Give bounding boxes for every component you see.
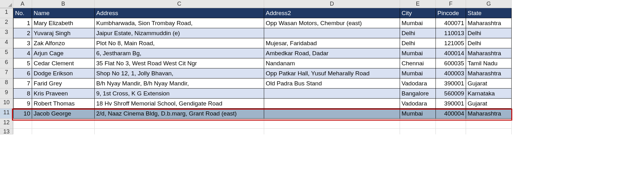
cell-state[interactable]: Maharashtra xyxy=(466,68,512,78)
cell-name[interactable]: Zak Alfonzo xyxy=(32,38,95,48)
cell-state[interactable]: Karnataka xyxy=(466,89,512,99)
cell-addr2[interactable]: Opp Wasan Motors, Chembur (east) xyxy=(264,18,400,28)
cell-city[interactable]: Delhi xyxy=(400,38,436,48)
cell-no[interactable]: 4 xyxy=(13,48,32,58)
cell-state[interactable]: Delhi xyxy=(466,38,512,48)
empty-cell[interactable] xyxy=(32,129,95,134)
col-header-B[interactable]: B xyxy=(32,0,95,8)
cell-city[interactable]: Vadodara xyxy=(400,78,436,89)
cell-city[interactable]: Delhi xyxy=(400,28,436,38)
cell-city[interactable]: Mumbai xyxy=(400,48,436,58)
row-header[interactable]: 13 xyxy=(0,129,13,134)
row-header[interactable]: 1 xyxy=(0,8,13,18)
cell-addr[interactable]: 9, 1st Cross, K G Extension xyxy=(95,89,264,99)
col-header-A[interactable]: A xyxy=(13,0,32,8)
row-header[interactable]: 10 xyxy=(0,99,13,109)
cell-state[interactable]: Maharashtra xyxy=(466,48,512,58)
empty-cell[interactable] xyxy=(436,129,466,134)
cell-state[interactable]: Delhi xyxy=(466,28,512,38)
cell-addr[interactable]: B/h Nyay Mandir, B/h Nyay Mandir, xyxy=(95,78,264,89)
cell-state[interactable]: Gujarat xyxy=(466,99,512,109)
cell-pin[interactable]: 390001 xyxy=(436,78,466,89)
cell-no[interactable]: 3 xyxy=(13,38,32,48)
cell-name[interactable]: Kris Praveen xyxy=(32,89,95,99)
header-name[interactable]: Name xyxy=(32,8,95,18)
cell-addr[interactable]: Shop No 12, 1, Jolly Bhavan, xyxy=(95,68,264,78)
empty-cell[interactable] xyxy=(95,119,264,129)
cell-city[interactable]: Vadodara xyxy=(400,99,436,109)
cell-state[interactable]: Maharashtra xyxy=(466,18,512,28)
cell-name[interactable]: Farid Grey xyxy=(32,78,95,89)
cell-addr2[interactable]: Ambedkar Road, Dadar xyxy=(264,48,400,58)
cell-name[interactable]: Arjun Cage xyxy=(32,48,95,58)
empty-cell[interactable] xyxy=(32,119,95,129)
cell-name[interactable]: Mary Elizabeth xyxy=(32,18,95,28)
row-header[interactable]: 6 xyxy=(0,58,13,68)
row-header[interactable]: 5 xyxy=(0,48,13,58)
row-header[interactable]: 3 xyxy=(0,28,13,38)
empty-cell[interactable] xyxy=(264,119,400,129)
empty-cell[interactable] xyxy=(95,129,264,134)
cell-pin[interactable]: 121005 xyxy=(436,38,466,48)
cell-no[interactable]: 8 xyxy=(13,89,32,99)
cell-addr2[interactable]: Opp Patkar Hall, Yusuf Meharally Road xyxy=(264,68,400,78)
cell-no[interactable]: 1 xyxy=(13,18,32,28)
row-header[interactable]: 8 xyxy=(0,78,13,89)
cell-city[interactable]: Mumbai xyxy=(400,68,436,78)
col-header-G[interactable]: G xyxy=(466,0,512,8)
row-header[interactable]: 12 xyxy=(0,119,13,129)
cell-no[interactable]: 2 xyxy=(13,28,32,38)
cell-pin[interactable]: 400071 xyxy=(436,18,466,28)
cell-addr2[interactable] xyxy=(264,99,400,109)
cell-name[interactable]: Dodge Erikson xyxy=(32,68,95,78)
cell-no[interactable]: 7 xyxy=(13,78,32,89)
row-header[interactable]: 4 xyxy=(0,38,13,48)
header-address2[interactable]: Address2 xyxy=(264,8,400,18)
cell-no[interactable]: 10 xyxy=(13,109,32,119)
cell-addr[interactable]: Kumbharwada, Sion Trombay Road, xyxy=(95,18,264,28)
row-header[interactable]: 7 xyxy=(0,68,13,78)
cell-pin[interactable]: 400003 xyxy=(436,68,466,78)
cell-name[interactable]: Yuvaraj Singh xyxy=(32,28,95,38)
cell-city[interactable]: Mumbai xyxy=(400,18,436,28)
header-no[interactable]: No. xyxy=(13,8,32,18)
empty-cell[interactable] xyxy=(466,129,512,134)
cell-addr2[interactable]: Nandanam xyxy=(264,58,400,68)
cell-pin[interactable]: 400014 xyxy=(436,48,466,58)
cell-state[interactable]: Maharashtra xyxy=(466,109,512,119)
cell-addr2[interactable]: Old Padra Bus Stand xyxy=(264,78,400,89)
empty-cell[interactable] xyxy=(13,119,32,129)
col-header-E[interactable]: E xyxy=(400,0,436,8)
empty-cell[interactable] xyxy=(400,119,436,129)
empty-cell[interactable] xyxy=(436,119,466,129)
cell-addr2[interactable] xyxy=(264,28,400,38)
row-header[interactable]: 9 xyxy=(0,89,13,99)
select-all-corner[interactable] xyxy=(0,0,13,8)
cell-pin[interactable]: 400004 xyxy=(436,109,466,119)
cell-state[interactable]: Gujarat xyxy=(466,78,512,89)
cell-no[interactable]: 9 xyxy=(13,99,32,109)
cell-pin[interactable]: 390001 xyxy=(436,99,466,109)
cell-pin[interactable]: 110013 xyxy=(436,28,466,38)
empty-cell[interactable] xyxy=(13,129,32,134)
row-header[interactable]: 2 xyxy=(0,18,13,28)
cell-addr[interactable]: 18 Hv Shroff Memorial School, Gendigate … xyxy=(95,99,264,109)
header-city[interactable]: City xyxy=(400,8,436,18)
col-header-C[interactable]: C xyxy=(95,0,264,8)
cell-name[interactable]: Robert Thomas xyxy=(32,99,95,109)
col-header-D[interactable]: D xyxy=(264,0,400,8)
cell-pin[interactable]: 600035 xyxy=(436,58,466,68)
row-header[interactable]: 11 xyxy=(0,109,13,119)
cell-pin[interactable]: 560009 xyxy=(436,89,466,99)
cell-addr2[interactable] xyxy=(264,89,400,99)
empty-cell[interactable] xyxy=(264,129,400,134)
header-state[interactable]: State xyxy=(466,8,512,18)
cell-addr[interactable]: 2/d, Naaz Cinema Bldg, D.b.marg, Grant R… xyxy=(95,109,264,119)
cell-addr[interactable]: 6, Jestharam Bg, xyxy=(95,48,264,58)
cell-addr2[interactable]: Mujesar, Faridabad xyxy=(264,38,400,48)
empty-cell[interactable] xyxy=(466,119,512,129)
cell-name[interactable]: Cedar Clement xyxy=(32,58,95,68)
spreadsheet-grid[interactable]: A B C D E F G 1 No. Name Address Address… xyxy=(0,0,512,134)
cell-no[interactable]: 5 xyxy=(13,58,32,68)
cell-city[interactable]: Mumbai xyxy=(400,109,436,119)
